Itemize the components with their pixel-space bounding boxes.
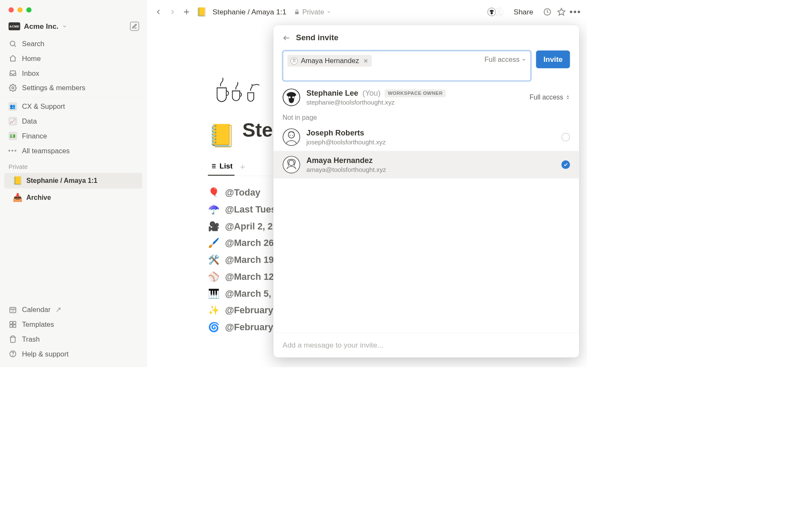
view-tab-list[interactable]: List — [208, 158, 235, 176]
external-link-icon: ↗ — [55, 306, 61, 314]
send-invite-button[interactable]: Invite — [536, 50, 570, 68]
gear-icon — [8, 83, 17, 92]
sidebar-item-inbox[interactable]: Inbox — [0, 66, 146, 80]
updates-button[interactable] — [543, 8, 551, 16]
breadcrumb-title[interactable]: Stephanie / Amaya 1:1 — [212, 8, 286, 16]
entry-label: @February — [225, 305, 273, 316]
sidebar-page-label: Archive — [26, 193, 51, 202]
access-label: Full access — [484, 55, 519, 64]
chevron-down-icon — [326, 10, 331, 14]
sidebar-item-data[interactable]: 📈 Data — [0, 114, 146, 129]
select-person-checkbox[interactable] — [561, 160, 570, 169]
sidebar-item-search[interactable]: Search — [0, 36, 146, 51]
notebook-icon: 📒 — [13, 176, 22, 185]
svg-point-29 — [291, 57, 297, 64]
sidebar-label: Finance — [22, 132, 47, 140]
sidebar-label: Calendar — [22, 306, 50, 314]
sidebar-page-label: Stephanie / Amaya 1:1 — [26, 177, 97, 185]
more-button[interactable]: ••• — [571, 8, 580, 16]
favorite-button[interactable] — [557, 8, 565, 16]
member-email: stephanie@toolsforthought.xyz — [306, 99, 523, 106]
entry-icon: ☂️ — [208, 204, 219, 215]
entry-icon: 🌀 — [208, 322, 219, 332]
svg-rect-9 — [13, 325, 16, 327]
close-window-button[interactable] — [8, 7, 14, 12]
window-controls — [0, 4, 146, 19]
inbox-tray-icon: 📥 — [13, 193, 22, 202]
sidebar-label: Inbox — [22, 69, 39, 77]
page-emoji[interactable]: 📒 — [208, 122, 236, 148]
svg-point-32 — [289, 97, 291, 99]
sidebar-item-all-teamspaces[interactable]: ••• All teamspaces — [0, 143, 146, 158]
sidebar-item-trash[interactable]: Trash — [0, 332, 146, 347]
avatar-icon — [291, 57, 298, 64]
sidebar-item-calendar[interactable]: 16 Calendar ↗ — [0, 302, 146, 317]
chip-name: Amaya Hernandez — [301, 57, 359, 65]
invite-message-input[interactable] — [283, 341, 570, 349]
nav-forward-button[interactable] — [168, 8, 177, 16]
workspace-name: Acme Inc. — [24, 22, 58, 30]
invite-recipients-field[interactable]: Amaya Hernandez ✕ Full access — [283, 50, 531, 81]
sidebar-label: CX & Support — [22, 102, 65, 111]
sidebar-label: Help & support — [22, 350, 69, 358]
sidebar-item-help[interactable]: Help & support — [0, 346, 146, 361]
recipient-chip[interactable]: Amaya Hernandez ✕ — [288, 55, 372, 66]
sidebar-section-private: Private — [0, 158, 146, 172]
privacy-toggle[interactable]: Private — [294, 8, 331, 16]
popover-title: Send invite — [296, 33, 338, 42]
remove-chip-button[interactable]: ✕ — [362, 57, 368, 64]
sidebar-label: Settings & members — [22, 84, 85, 92]
workspace-badge: ACME — [8, 22, 20, 30]
sidebar-item-cx-support[interactable]: 👥 CX & Support — [0, 99, 146, 114]
avatar-icon — [494, 7, 504, 17]
maximize-window-button[interactable] — [26, 7, 31, 12]
more-icon: ••• — [8, 146, 17, 155]
chevron-down-icon — [62, 24, 67, 29]
sidebar-item-home[interactable]: Home — [0, 51, 146, 66]
money-icon: 💵 — [8, 132, 17, 140]
svg-point-0 — [10, 41, 15, 46]
nav-back-button[interactable] — [154, 8, 162, 16]
entry-label: @Today — [225, 187, 260, 198]
entry-icon: ✨ — [208, 305, 219, 315]
svg-text:16: 16 — [11, 309, 14, 312]
person-name: Joseph Roberts — [306, 129, 555, 138]
entry-icon: 🎈 — [208, 187, 219, 198]
new-tab-button[interactable] — [182, 8, 191, 16]
member-access-dropdown[interactable]: Full access — [529, 94, 570, 102]
svg-rect-8 — [10, 325, 12, 327]
sidebar-item-templates[interactable]: Templates — [0, 317, 146, 332]
templates-icon — [8, 320, 17, 329]
entry-label: @Last Tues — [225, 204, 276, 215]
svg-point-16 — [491, 11, 491, 12]
trash-icon — [8, 335, 17, 343]
svg-point-17 — [492, 11, 493, 12]
member-access-label: Full access — [529, 94, 563, 102]
sidebar-item-finance[interactable]: 💵 Finance — [0, 129, 146, 144]
entry-icon: 🖌️ — [208, 237, 219, 248]
person-row-amaya[interactable]: Amaya Hernandez amaya@toolsforthought.xy… — [273, 151, 579, 178]
calendar-icon: 16 — [8, 306, 17, 314]
select-person-checkbox[interactable] — [561, 133, 570, 141]
sidebar-item-settings[interactable]: Settings & members — [0, 80, 146, 95]
share-button[interactable]: Share — [514, 8, 533, 16]
svg-line-1 — [14, 45, 16, 47]
access-level-dropdown[interactable]: Full access — [484, 55, 526, 64]
minimize-window-button[interactable] — [17, 7, 22, 12]
add-view-button[interactable]: ＋ — [239, 161, 247, 172]
invite-message-area — [273, 333, 579, 358]
popover-back-button[interactable] — [283, 34, 291, 42]
sidebar-label: Templates — [22, 320, 54, 329]
svg-rect-14 — [295, 12, 298, 14]
sidebar-page-stephanie-amaya[interactable]: 📒 Stephanie / Amaya 1:1 — [4, 173, 142, 188]
new-page-button[interactable] — [130, 22, 139, 31]
workspace-switcher[interactable]: ACME Acme Inc. — [8, 22, 67, 30]
collaborator-avatars[interactable] — [489, 7, 504, 17]
entry-icon: ⚾ — [208, 271, 219, 282]
owner-badge: WORKSPACE OWNER — [385, 89, 446, 97]
svg-point-37 — [292, 135, 293, 136]
sidebar-page-archive[interactable]: 📥 Archive — [4, 190, 142, 205]
view-tab-label: List — [219, 162, 233, 171]
person-row-joseph[interactable]: Joseph Roberts joseph@toolsforthought.xy… — [273, 123, 579, 151]
send-invite-popover: Send invite Amaya Hernandez ✕ Full acces… — [273, 25, 579, 357]
